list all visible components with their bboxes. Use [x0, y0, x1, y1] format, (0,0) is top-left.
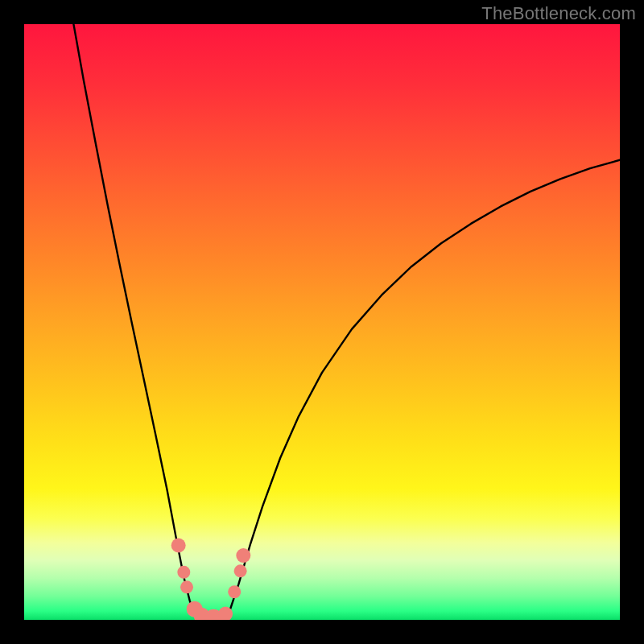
- data-marker: [180, 580, 193, 593]
- chart-frame: TheBottleneck.com: [0, 0, 644, 644]
- data-marker: [177, 566, 190, 579]
- plot-area: [24, 24, 620, 620]
- data-marker: [236, 548, 250, 563]
- data-marker: [234, 564, 247, 577]
- bottleneck-curve: [73, 24, 620, 620]
- data-markers: [171, 539, 251, 621]
- curve-layer: [24, 24, 620, 620]
- watermark-text: TheBottleneck.com: [481, 3, 636, 24]
- data-marker: [171, 539, 186, 553]
- data-marker: [228, 585, 241, 598]
